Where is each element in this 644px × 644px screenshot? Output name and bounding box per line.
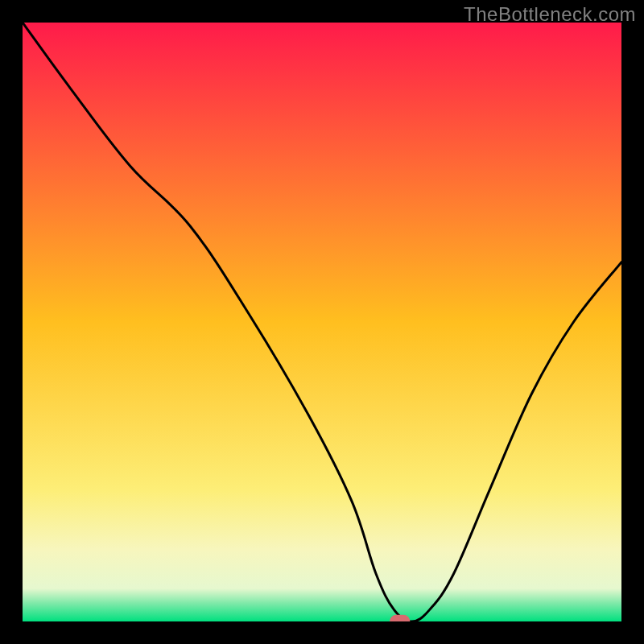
plot-area <box>23 23 621 621</box>
chart-svg <box>23 23 621 621</box>
chart-frame: TheBottleneck.com <box>0 0 644 644</box>
chart-background <box>23 23 621 621</box>
watermark-text: TheBottleneck.com <box>464 3 636 26</box>
